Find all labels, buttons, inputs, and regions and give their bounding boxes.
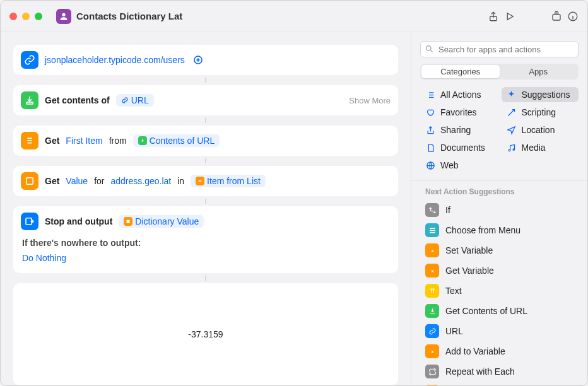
suggestions-list: IfChoose from MenuxSet VariablexGet Vari… — [411, 200, 587, 385]
category-documents[interactable]: Documents — [420, 140, 498, 155]
url-token[interactable]: URL — [116, 94, 154, 107]
actions-sidebar: Categories Apps All Actions Suggestions … — [411, 32, 587, 385]
svg-point-10 — [509, 149, 510, 151]
info-icon[interactable] — [567, 11, 579, 22]
output-icon — [21, 213, 38, 230]
titlebar: Contacts Dictionary Lat — [1, 1, 587, 32]
output-panel: -37.3159 — [13, 283, 398, 385]
contents-of-url-token[interactable]: Contents of URL — [133, 134, 220, 147]
suggestion-label: Get Variable — [445, 266, 494, 276]
share-icon[interactable] — [488, 11, 499, 22]
suggestion-item[interactable]: Text — [418, 281, 581, 301]
share-up-icon — [425, 125, 435, 135]
tab-apps[interactable]: Apps — [500, 65, 578, 78]
suggestion-item[interactable]: Get Contents of URL — [418, 301, 581, 321]
get-contents-card[interactable]: Get contents of URL Show More — [13, 85, 398, 115]
url-action-card[interactable]: jsonplaceholder.typicode.com/users — [13, 45, 398, 75]
run-icon[interactable] — [504, 11, 515, 22]
suggestion-label: If — [445, 205, 450, 215]
get-contents-label: Get contents of — [45, 95, 110, 105]
suggestion-item[interactable]: URL — [418, 321, 581, 341]
suggestion-label: Set Variable — [445, 245, 493, 255]
page-title: Contacts Dictionary Lat — [76, 11, 182, 21]
segmented-control[interactable]: Categories Apps — [420, 64, 579, 79]
download-icon — [425, 304, 439, 318]
connector-line — [205, 78, 206, 83]
svg-point-9 — [426, 46, 432, 51]
svg-rect-5 — [26, 102, 33, 104]
output-value: -37.3159 — [188, 329, 223, 339]
suggestion-item[interactable]: If — [418, 200, 581, 220]
text-icon — [425, 284, 439, 298]
category-scripting[interactable]: Scripting — [502, 105, 579, 120]
url-value[interactable]: jsonplaceholder.typicode.com/users — [45, 55, 185, 65]
music-icon — [507, 143, 517, 153]
connector-line — [205, 118, 206, 123]
heart-icon — [425, 107, 435, 117]
dictionary-mini-icon — [124, 217, 132, 226]
fullscreen-window-button[interactable] — [35, 13, 42, 20]
stop-output-card[interactable]: Stop and output Dictionary Value If ther… — [13, 206, 398, 273]
suggestion-item[interactable]: Repeat with Each — [418, 361, 581, 382]
category-all-actions[interactable]: All Actions — [420, 87, 498, 102]
svg-rect-8 — [127, 220, 130, 223]
connector-line — [205, 158, 206, 163]
repeat-icon — [425, 365, 439, 378]
location-icon — [507, 125, 517, 135]
suggestion-item[interactable]: Choose from Menu — [418, 220, 581, 240]
value-selector[interactable]: Value — [66, 176, 88, 186]
suggestions-header: Next Action Suggestions — [411, 180, 587, 200]
dictionary-icon — [21, 172, 38, 190]
suggestion-label: Add to Variable — [445, 346, 505, 356]
dictionary-value-token[interactable]: Dictionary Value — [119, 215, 204, 228]
list-icon — [21, 132, 38, 149]
connector-line — [205, 276, 206, 281]
item-from-list-token[interactable]: Item from List — [191, 175, 266, 187]
add-url-button[interactable] — [191, 53, 205, 67]
list-mini-icon — [196, 177, 204, 185]
suggestion-item[interactable]: xGet Variable — [418, 260, 581, 281]
suggestion-label: Repeat with Each — [445, 366, 515, 377]
minimize-window-button[interactable] — [22, 13, 30, 20]
category-suggestions[interactable]: Suggestions — [502, 87, 579, 102]
search-input[interactable] — [420, 41, 579, 57]
svg-point-11 — [513, 148, 515, 150]
document-icon — [425, 143, 435, 153]
category-location[interactable]: Location — [502, 122, 579, 137]
var-icon: x — [425, 264, 439, 278]
suggestion-label: Text — [445, 286, 462, 296]
link-icon — [21, 51, 38, 69]
connector-line — [205, 199, 206, 204]
nowhere-to-output-label: If there's nowhere to output: — [21, 234, 142, 249]
category-grid: All Actions Suggestions Favorites Script… — [411, 87, 587, 180]
download-icon — [21, 91, 38, 109]
var-icon: x — [425, 344, 439, 358]
suggestion-item[interactable]: xSet Variable — [418, 240, 581, 260]
get-dictionary-value-card[interactable]: Get Value for address.geo.lat in Item fr… — [13, 166, 398, 196]
suggestion-label: Choose from Menu — [445, 225, 520, 235]
category-favorites[interactable]: Favorites — [420, 105, 498, 120]
category-web[interactable]: Web — [420, 158, 498, 173]
svg-rect-6 — [26, 178, 33, 185]
category-sharing[interactable]: Sharing — [420, 122, 498, 137]
do-nothing-selector[interactable]: Do Nothing — [21, 253, 68, 267]
show-more-button[interactable]: Show More — [349, 96, 391, 105]
first-item-selector[interactable]: First Item — [66, 136, 102, 146]
suggestion-item[interactable]: xAdd to Variable — [418, 341, 581, 361]
search-field-wrapper — [420, 41, 579, 57]
svg-text:x: x — [431, 349, 434, 354]
list-bullet-icon — [425, 90, 435, 100]
keypath-field[interactable]: address.geo.lat — [110, 176, 171, 186]
get-first-item-card[interactable]: Get First Item from Contents of URL — [13, 126, 398, 156]
close-window-button[interactable] — [9, 13, 17, 20]
window-traffic-lights — [9, 13, 42, 20]
svg-point-0 — [62, 13, 65, 16]
svg-rect-2 — [553, 15, 560, 20]
wand-icon — [507, 107, 517, 117]
library-icon[interactable] — [551, 11, 562, 22]
svg-text:x: x — [431, 248, 434, 254]
download-mini-icon — [138, 136, 147, 145]
tab-categories[interactable]: Categories — [421, 65, 500, 78]
suggestion-item[interactable]: Get Dictionary Value — [418, 382, 581, 385]
category-media[interactable]: Media — [502, 140, 579, 155]
